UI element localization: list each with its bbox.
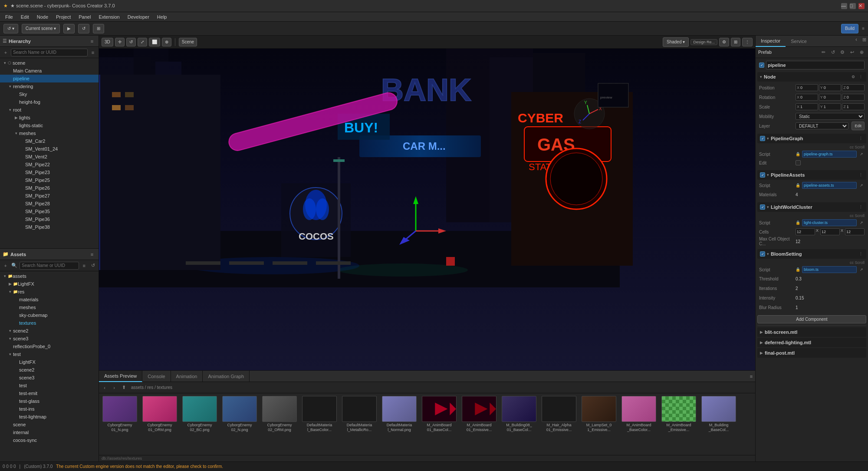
asset-default-basecolor[interactable]: DefaultMaterial_BaseColor...: [300, 395, 339, 433]
tree-item-sm-pipe23[interactable]: SM_Pipe23: [0, 168, 99, 176]
asset-m-hair-alpha-emissive[interactable]: M_Hair_Alpha01_Emissive...: [540, 395, 578, 433]
asset-m-lampset-emissive[interactable]: M_LampSet_01_Emissive...: [580, 395, 618, 433]
final-post-section[interactable]: ▶ final-post.mtl: [757, 348, 866, 358]
build-btn[interactable]: Build: [841, 24, 858, 33]
tree-item-main-camera[interactable]: Main Camera: [0, 67, 99, 75]
scale-tool[interactable]: ⤢: [138, 38, 147, 46]
pipeline-graph-script-btn[interactable]: ↗: [858, 151, 865, 157]
tree-item-reflection[interactable]: reflectionProbe_0: [0, 343, 99, 350]
node-settings-btn[interactable]: ⚙: [850, 74, 856, 80]
tree-item-sm-car2[interactable]: SM_Car2: [0, 137, 99, 145]
tree-item-assets[interactable]: ▾ 📁 assets: [0, 272, 99, 280]
hierarchy-search[interactable]: [11, 49, 88, 56]
refresh-btn[interactable]: ↺: [78, 24, 89, 33]
tree-item-sm-pipe26[interactable]: SM_Pipe26: [0, 184, 99, 192]
pipeline-graph-edit-checkbox[interactable]: [796, 160, 801, 165]
prefab-link-btn[interactable]: ⊕: [858, 49, 865, 56]
asset-row2-1[interactable]: M_AnimBoard_BaseColor...: [620, 395, 658, 433]
scene-overflow-btn[interactable]: ⋮: [742, 38, 753, 46]
add-component-btn[interactable]: Add Component: [757, 315, 866, 323]
pipeline-assets-checkbox[interactable]: ✓: [760, 172, 765, 178]
tree-item-test-emit[interactable]: test-emit: [0, 389, 99, 397]
rotate-tool[interactable]: ↺: [126, 38, 136, 46]
asset-cyborg-enemy-02-bc[interactable]: CyborgEnemy02_BC.png: [181, 395, 219, 433]
asset-row2-3[interactable]: M_Building_BaseCol...: [700, 395, 738, 433]
layer-select[interactable]: DEFAULT: [796, 122, 848, 129]
tree-item-lights[interactable]: ▶ lights: [0, 114, 99, 122]
tree-item-res[interactable]: ▾ 📁 res: [0, 288, 99, 296]
menu-node[interactable]: Node: [33, 13, 52, 20]
tree-item-cocos-sync[interactable]: cocos-sync: [0, 436, 99, 444]
asset-cyborg-enemy-01-orm[interactable]: CyborgEnemy01_ORM.png: [141, 395, 179, 433]
node-name-input[interactable]: [766, 61, 865, 69]
mobility-select[interactable]: Static Dynamic: [796, 113, 865, 120]
close-btn[interactable]: ✕: [858, 3, 865, 9]
asset-m-building08-basecol[interactable]: M_Building08_01_BaseCol...: [500, 395, 538, 433]
tree-item-sm-pipe22[interactable]: SM_Pipe22: [0, 161, 99, 168]
asset-default-metallic[interactable]: DefaultMaterial_MetallicRo...: [340, 395, 378, 433]
tree-item-meshes-assets[interactable]: meshes: [0, 303, 99, 311]
menu-project[interactable]: Project: [53, 13, 74, 20]
tree-item-root[interactable]: ▾ root: [0, 106, 99, 114]
menu-developer[interactable]: Developer: [124, 13, 153, 20]
menu-file[interactable]: File: [2, 13, 16, 20]
bloom-checkbox[interactable]: ✓: [760, 251, 765, 257]
asset-default-normal[interactable]: DefaultMaterial_Normal.png: [380, 395, 418, 433]
pipeline-assets-header[interactable]: ✓ ▾ PipelineAssets ⋮: [757, 170, 866, 180]
lwc-script-btn[interactable]: ↗: [858, 220, 865, 226]
prefab-refresh-btn[interactable]: ↺: [829, 49, 837, 56]
tree-item-pipeline[interactable]: pipeline: [0, 75, 99, 82]
play-btn[interactable]: ▶: [63, 24, 75, 33]
tree-item-test-lightmap[interactable]: test-lightmap: [0, 413, 99, 421]
tree-item-scene-root[interactable]: scene: [0, 421, 99, 428]
pipeline-graph-menu-btn[interactable]: ⋮: [858, 135, 864, 142]
tree-item-sm-pipe27[interactable]: SM_Pipe27: [0, 192, 99, 200]
tree-item-test-test[interactable]: test: [0, 382, 99, 389]
node-active-checkbox[interactable]: ✓: [759, 63, 764, 68]
tree-item-sm-vent01[interactable]: SM_Vent01_24: [0, 145, 99, 153]
tree-item-sm-pipe35[interactable]: SM_Pipe35: [0, 208, 99, 215]
deferred-lighting-section[interactable]: ▶ deferred-lighting.mtl: [757, 338, 866, 347]
tree-item-lightfx[interactable]: ▶ 📁 LightFX: [0, 280, 99, 288]
lwc-checkbox[interactable]: ✓: [760, 204, 765, 210]
maximize-btn[interactable]: □: [850, 3, 856, 9]
multi-tool[interactable]: ⊕: [162, 38, 171, 46]
node-section-header[interactable]: ▾ Node ⚙ ⋮: [757, 72, 866, 82]
transform-tool[interactable]: ↺ ▾: [3, 24, 18, 33]
menu-panel[interactable]: Panel: [75, 13, 94, 20]
node-menu-btn[interactable]: ⋮: [858, 74, 864, 80]
tree-item-test-ins[interactable]: test-ins: [0, 405, 99, 413]
pipeline-graph-header[interactable]: ✓ ▾ PipelineGraph ⋮: [757, 134, 866, 143]
rect-tool[interactable]: ⬜: [149, 38, 160, 46]
tree-item-lights-static[interactable]: lights-static: [0, 122, 99, 129]
pipeline-assets-menu-btn[interactable]: ⋮: [858, 172, 864, 178]
tree-item-sm-pipe38[interactable]: SM_Pipe38: [0, 223, 99, 231]
light-world-cluster-header[interactable]: ✓ ▾ LightWorldCluster ⋮: [757, 202, 866, 212]
minimize-btn[interactable]: —: [841, 3, 847, 9]
tree-item-materials[interactable]: materials: [0, 296, 99, 303]
tab-animation[interactable]: Animation: [171, 371, 203, 382]
lwc-menu-btn[interactable]: ⋮: [858, 204, 864, 210]
tree-item-sky-cubemap[interactable]: sky-cubemap: [0, 311, 99, 319]
tab-console[interactable]: Console: [142, 371, 171, 382]
prefab-edit-btn[interactable]: ✏: [819, 49, 827, 56]
tree-item-test-scene2[interactable]: scene2: [0, 366, 99, 374]
tab-assets-preview[interactable]: Assets Preview: [99, 371, 142, 382]
tree-item-scene3[interactable]: ▾ scene3: [0, 335, 99, 343]
assets-nav-fwd[interactable]: ›: [110, 384, 118, 392]
layout-btn[interactable]: ⊞: [93, 24, 104, 33]
prefab-reset-btn[interactable]: ↩: [848, 49, 856, 56]
tree-item-internal[interactable]: internal: [0, 428, 99, 436]
scene-settings-btn[interactable]: ⚙: [719, 38, 729, 46]
assets-add-btn[interactable]: +: [2, 262, 10, 270]
asset-m-animboard-01-emissive[interactable]: M_AnimBoard01_Emissive...: [460, 395, 498, 433]
menu-extension[interactable]: Extension: [95, 13, 123, 20]
add-node-btn[interactable]: +: [2, 49, 10, 56]
asset-row2-2[interactable]: M_AnimBoard_Emissive...: [660, 395, 698, 433]
tree-item-test-scene3[interactable]: scene3: [0, 374, 99, 382]
tree-item-meshes[interactable]: ▾ meshes: [0, 129, 99, 137]
bottom-panel-menu[interactable]: ≡: [747, 372, 755, 380]
tree-item-test-glass[interactable]: test-glass: [0, 397, 99, 405]
assets-refresh-btn[interactable]: ↺: [89, 262, 97, 270]
asset-cyborg-enemy-02-n[interactable]: CyborgEnemy02_N.png: [220, 395, 259, 433]
